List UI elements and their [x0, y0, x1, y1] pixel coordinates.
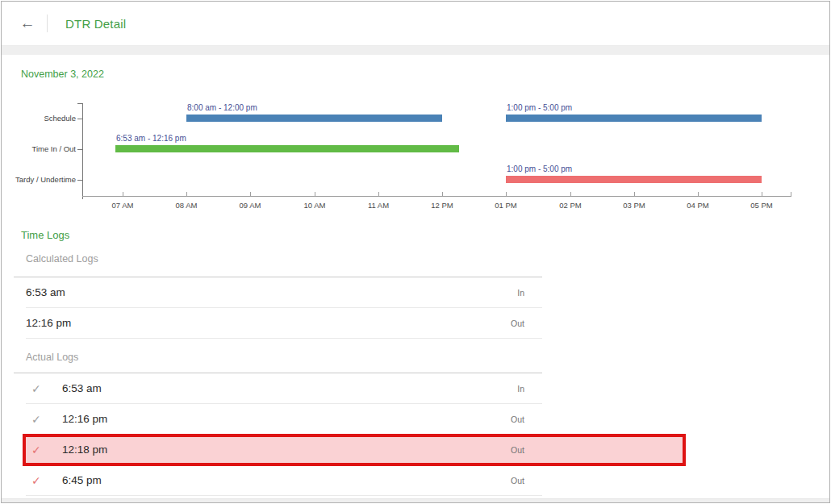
- log-time: 12:16 pm: [26, 317, 71, 329]
- date-label: November 3, 2022: [2, 55, 829, 81]
- category-tick: [77, 149, 82, 150]
- x-axis-line: [82, 196, 791, 197]
- log-direction: Out: [511, 319, 542, 328]
- x-axis-tick: [378, 192, 379, 196]
- x-axis-tick: [698, 192, 699, 196]
- log-direction: In: [517, 288, 542, 298]
- x-axis-tick: [634, 192, 635, 196]
- x-axis-tick-label: 02 PM: [549, 201, 591, 210]
- table-row-highlighted[interactable]: ✓ 12:18 pm Out: [26, 435, 542, 465]
- time-logs-title: Time Logs: [21, 229, 829, 241]
- timeline-chart: ScheduleTime In / OutTardy / Undertime07…: [2, 89, 829, 216]
- x-axis-tick-label: 11 AM: [357, 201, 399, 210]
- y-axis-top-tick: [77, 103, 82, 104]
- category-tick: [77, 180, 82, 181]
- app-window: ← DTR Detail November 3, 2022 ScheduleTi…: [1, 1, 830, 503]
- log-time: 6:53 am: [62, 382, 102, 394]
- category-tick: [77, 119, 82, 119]
- x-axis-tick-label: 04 PM: [677, 201, 719, 210]
- x-axis-tick: [570, 192, 571, 196]
- x-axis-end-tick: [791, 192, 791, 196]
- x-axis-tick-label: 03 PM: [613, 201, 655, 210]
- chart-bar: [186, 115, 442, 122]
- back-button[interactable]: ←: [16, 12, 39, 35]
- chart-bar-label: 1:00 pm - 5:00 pm: [507, 103, 572, 112]
- x-axis-tick: [186, 192, 187, 196]
- chart-bar: [506, 176, 762, 183]
- chart-bar-label: 8:00 am - 12:00 pm: [187, 103, 257, 112]
- chart-bar: [115, 145, 459, 152]
- category-label: Time In / Out: [2, 144, 76, 154]
- chart-bar-label: 6:53 am - 12:16 pm: [116, 134, 186, 143]
- x-axis-tick: [123, 192, 123, 196]
- check-icon: ✓: [31, 475, 44, 486]
- main-content: November 3, 2022 ScheduleTime In / OutTa…: [2, 55, 829, 498]
- header-divider: [47, 15, 48, 32]
- calculated-logs-header: Calculated Logs: [14, 241, 542, 277]
- footer-strip: [2, 498, 829, 502]
- x-axis-tick-label: 05 PM: [741, 201, 783, 210]
- time-logs-list: Calculated Logs 6:53 am In 12:16 pm Out …: [14, 241, 542, 496]
- chart-bar: [506, 115, 762, 122]
- x-axis-tick-label: 08 AM: [165, 201, 207, 210]
- x-axis-tick-label: 01 PM: [485, 201, 527, 210]
- check-icon: ✓: [31, 383, 44, 394]
- x-axis-tick: [442, 192, 443, 196]
- table-row[interactable]: ✓ 12:16 pm Out: [26, 404, 542, 435]
- log-direction: Out: [511, 476, 542, 485]
- log-time: 6:45 pm: [62, 474, 102, 486]
- page-header: ← DTR Detail: [2, 2, 829, 46]
- log-time: 6:53 am: [26, 286, 65, 298]
- log-time: 12:16 pm: [62, 413, 107, 425]
- log-direction: Out: [511, 414, 542, 424]
- x-axis-tick-label: 12 PM: [421, 201, 463, 210]
- x-axis-tick-label: 07 AM: [102, 201, 144, 210]
- x-axis-tick: [762, 192, 762, 196]
- actual-logs-header: Actual Logs: [14, 339, 542, 373]
- table-row[interactable]: ✓ 6:45 pm Out: [26, 465, 542, 496]
- chart-bar-label: 1:00 pm - 5:00 pm: [507, 165, 572, 173]
- category-label: Schedule: [2, 114, 76, 123]
- log-time: 12:18 pm: [62, 444, 107, 456]
- table-row[interactable]: ✓ 6:53 am In: [26, 373, 542, 404]
- header-separator-strip: [2, 46, 829, 55]
- x-axis-tick-label: 10 AM: [294, 201, 336, 210]
- check-icon: ✓: [31, 414, 44, 425]
- x-axis-tick-label: 09 AM: [229, 201, 271, 210]
- highlight-annotation-box: [23, 434, 686, 466]
- y-axis-line: [82, 103, 83, 199]
- log-direction: In: [517, 384, 542, 394]
- check-icon: ✓: [31, 444, 44, 456]
- table-row[interactable]: 6:53 am In: [26, 277, 542, 308]
- log-direction: Out: [511, 445, 542, 455]
- category-label: Tardy / Undertime: [2, 175, 76, 185]
- x-axis-tick: [315, 192, 315, 196]
- page-title: DTR Detail: [65, 17, 126, 31]
- back-arrow-icon: ←: [20, 15, 35, 32]
- table-row[interactable]: 12:16 pm Out: [26, 308, 542, 339]
- x-axis-tick: [250, 192, 251, 196]
- x-axis-tick: [506, 192, 507, 196]
